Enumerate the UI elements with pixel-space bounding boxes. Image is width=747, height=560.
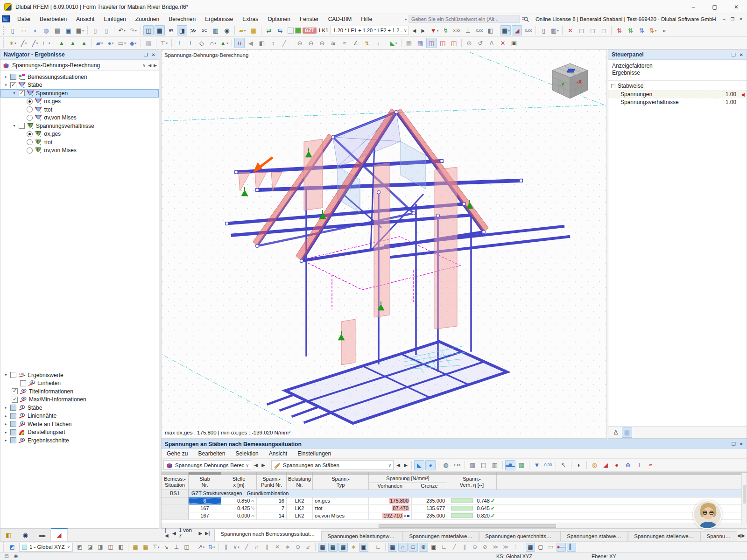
checkbox-unchecked[interactable] — [20, 380, 26, 386]
col-spann-punkt[interactable]: Spann.-Punkt Nr. — [257, 475, 287, 490]
expand-icon[interactable]: ▸ — [3, 438, 8, 442]
new-model-icon[interactable]: ▯ — [7, 25, 18, 35]
ruler-icon[interactable]: ▍ — [567, 543, 576, 552]
new-opening-icon[interactable]: ▭▾ — [117, 38, 127, 48]
clip-1-icon[interactable]: ◫ — [426, 38, 437, 48]
prev-type-icon[interactable]: ◀ — [395, 462, 402, 468]
menu-bearbeiten-table[interactable]: Bearbeiten — [193, 449, 230, 458]
fork-icon[interactable]: ∨▾ — [232, 543, 241, 552]
axis-z-icon[interactable]: ⇅ — [636, 25, 647, 35]
table-view-icon[interactable]: ▥ — [211, 25, 221, 35]
toggle-navigator-icon[interactable]: ◫ — [143, 25, 154, 35]
design-situation-group-row[interactable]: BS1 GZT Strukturversagen - Grundkombinat… — [162, 490, 747, 497]
values-display-icon[interactable]: x.xx — [452, 460, 462, 470]
chevron-down-icon[interactable]: ∨ — [246, 463, 249, 468]
find-object-icon[interactable]: ◉ — [222, 25, 232, 35]
factor-value[interactable]: 1.00 — [717, 91, 739, 98]
block-add-icon[interactable]: ▦ — [248, 25, 259, 35]
float-panel-icon[interactable]: ❐ — [732, 441, 736, 447]
checkbox-partial[interactable] — [10, 429, 16, 435]
float-panel-icon[interactable]: ❐ — [144, 52, 148, 57]
close-panel-icon[interactable]: ✕ — [740, 52, 743, 57]
arc-tool-icon[interactable]: ∩ — [252, 543, 261, 552]
excel-export-icon[interactable]: ▦ — [516, 460, 527, 470]
new-surface-icon[interactable]: ▰▾ — [94, 38, 105, 48]
menu-einstellungen[interactable]: Einstellungen — [292, 449, 336, 458]
result-diagram-icon[interactable]: ◢ — [512, 25, 522, 35]
coordinate-system-select[interactable]: 1 - Global XYZ ∨ — [19, 543, 73, 552]
chevron-down-icon[interactable]: ∨ — [67, 545, 70, 549]
snap-star-icon[interactable]: ∗ — [349, 543, 358, 552]
diag-tool-icon[interactable]: ↙ — [303, 543, 313, 552]
tab-data-navigator[interactable]: ◧ — [0, 529, 17, 541]
direction-icon[interactable]: ↗▾ — [197, 543, 206, 552]
info-blue-icon[interactable]: ⊕ — [623, 460, 633, 470]
menu-ergebnisse[interactable]: Ergebnisse — [200, 14, 238, 24]
print-preview-icon[interactable]: ▤ — [52, 25, 63, 35]
menu-datei[interactable]: Datei — [13, 14, 35, 24]
menu-extras[interactable]: Extras — [238, 14, 263, 24]
radio[interactable] — [27, 147, 33, 154]
dimension-icon[interactable]: ⊤▾ — [159, 38, 169, 48]
col-stelle[interactable]: Stellex [m] — [221, 475, 257, 490]
col-belastung[interactable]: BelastungNr. — [287, 475, 313, 490]
structure-grid-icon[interactable]: ▥ — [143, 38, 154, 48]
tab-spannungen-stabweise[interactable]: Spannungen stabweise — [561, 531, 628, 541]
col-stab-nr[interactable]: StabNr. — [189, 475, 221, 490]
tree-item-titelinformationen[interactable]: Titelinformationen — [0, 387, 159, 396]
prev-icon[interactable]: ◀ — [148, 63, 151, 68]
menu-ansicht[interactable]: Ansicht — [71, 14, 99, 24]
maximize-button[interactable]: ▢ — [704, 0, 726, 14]
factor-row-spannungen[interactable]: Spannungen 1.00 ◀ — [608, 90, 747, 98]
cell-stab-selected[interactable]: 6 — [189, 497, 221, 504]
decimal-places-icon[interactable]: 0,00 — [543, 460, 553, 470]
checkbox-checked[interactable] — [12, 397, 18, 403]
tab-spannungen-querschnittsweise[interactable]: Spannungen querschnittsweise — [479, 531, 561, 541]
horizontal-scrollbar[interactable] — [162, 523, 747, 528]
col-spann-verh[interactable]: Spann.-Verh. η [--] — [447, 475, 497, 490]
result-filter-icon[interactable]: ▼▾ — [429, 25, 439, 35]
new-support1-icon[interactable]: ▲ — [56, 38, 67, 48]
result-beam-icon[interactable]: ∪ — [234, 38, 245, 48]
print-report-icon[interactable]: ▯ — [538, 25, 549, 35]
doc-close-icon[interactable]: ✕ — [737, 15, 745, 23]
menu-zuordnen[interactable]: Zuordnen — [131, 14, 164, 24]
table-category-select[interactable]: Spannungs-Dehnungs-Berec... ∨ — [163, 460, 251, 470]
checkbox-partial[interactable] — [10, 421, 16, 427]
parallel-icon[interactable]: ∥ — [221, 543, 231, 552]
menu-bearbeiten[interactable]: Bearbeiten — [35, 14, 71, 24]
col-spann-typ[interactable]: Spann.-Typ — [313, 475, 369, 490]
search-icon[interactable] — [521, 16, 529, 22]
frame-icon[interactable]: ◫ — [182, 543, 191, 552]
axis-x-icon[interactable]: ⇅ — [614, 25, 624, 35]
snap-grid-add-icon[interactable]: ▦ — [328, 543, 338, 552]
doc-restore-icon[interactable]: ❐ — [728, 15, 737, 23]
settings-icon[interactable]: ▣ — [509, 38, 519, 48]
prev-page-icon[interactable]: ◀ — [172, 531, 176, 536]
tabs-scroll-right-icon[interactable]: ▶ — [741, 533, 745, 538]
tab-spannungen-belastungsweise[interactable]: Spannungen belastungsweise — [321, 531, 403, 541]
snap-perp-icon[interactable]: ∟ — [439, 543, 449, 552]
slope-icon[interactable]: ╱ — [279, 38, 289, 48]
search-input[interactable] — [409, 16, 507, 22]
toggle-panel-icon[interactable]: ◨ — [177, 25, 187, 35]
first-page-icon[interactable]: |◀ — [165, 528, 169, 538]
snap-ext2-icon[interactable]: ≫ — [501, 543, 510, 552]
collapse-icon[interactable]: ▾ — [12, 124, 17, 128]
collapse-box-icon[interactable]: − — [611, 84, 615, 88]
factor-row-spannungsverhaeltnisse[interactable]: Spannungsverhältnisse 1.00 — [608, 98, 747, 106]
cube-label-x[interactable]: -X — [577, 79, 582, 84]
select-pointer-icon[interactable]: ↖ — [558, 460, 569, 470]
close-panel-icon[interactable]: ✕ — [740, 441, 743, 447]
imperfection-icon[interactable]: ↯ — [440, 25, 451, 35]
result-lookup-icon[interactable]: ◍ — [441, 460, 451, 470]
dim-x-icon[interactable]: ⊤▾ — [151, 543, 161, 552]
checkbox-partial[interactable] — [10, 437, 16, 443]
open-model-icon[interactable]: ▱ — [19, 25, 29, 35]
toolbar-grip[interactable] — [3, 26, 5, 35]
distribution-icon[interactable]: ≋ — [328, 38, 338, 48]
tab-spannungen-more[interactable]: Spannungen — [701, 531, 737, 541]
chevron-down-icon[interactable]: ∨ — [404, 28, 407, 33]
expand-icon[interactable]: ▸ — [3, 406, 8, 410]
tree-item-staebe[interactable]: ▾ Stäbe — [0, 81, 159, 90]
